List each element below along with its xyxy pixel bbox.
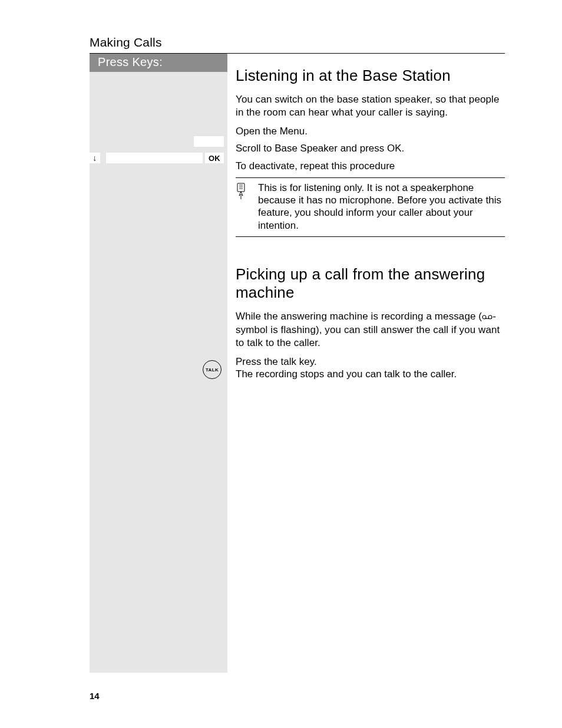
ok-softkey: OK	[205, 153, 224, 163]
step-press-talk: Press the talk key.	[236, 355, 505, 368]
section1-intro: You can switch on the base station speak…	[236, 93, 505, 119]
down-arrow-key: ↓	[90, 153, 100, 163]
base-speaker-display: Base Speaker	[106, 153, 203, 163]
note-box: This is for listening only. It is not a …	[236, 177, 505, 237]
step-open-menu: Open the Menu.	[236, 125, 505, 138]
chapter-title: Making Calls	[90, 35, 505, 50]
note-text: This is for listening only. It is not a …	[258, 182, 505, 232]
section-heading-pickup: Picking up a call from the answering mac…	[236, 265, 505, 302]
section2-intro-pre: While the answering machine is recording…	[236, 311, 482, 322]
key-row-talk: TALK	[90, 360, 227, 379]
talk-key-icon: TALK	[203, 360, 222, 379]
key-row-scroll: ↓ Base Speaker OK	[90, 153, 227, 163]
menu-softkey: MENU	[194, 136, 224, 147]
press-keys-sidebar: Press Keys: MENU ↓ Base Speaker OK TALK	[90, 54, 227, 673]
note-icon	[236, 182, 251, 232]
svg-rect-0	[237, 183, 244, 192]
page-number: 14	[90, 691, 100, 701]
answering-machine-icon	[482, 311, 492, 324]
content-column: Listening in at the Base Station You can…	[227, 54, 505, 673]
section-heading-listening: Listening in at the Base Station	[236, 67, 505, 85]
manual-page: Making Calls Press Keys: MENU ↓ Base Spe…	[0, 0, 562, 728]
key-row-menu: MENU	[90, 136, 227, 147]
step-scroll-ok: Scroll to Base Speaker and press OK.	[236, 142, 505, 155]
columns: Press Keys: MENU ↓ Base Speaker OK TALK …	[90, 54, 505, 673]
step-recording-stops: The recording stops and you can talk to …	[236, 368, 505, 381]
section2-intro: While the answering machine is recording…	[236, 310, 505, 349]
sidebar-title: Press Keys:	[90, 54, 227, 72]
step-deactivate: To deactivate, repeat this procedure	[236, 160, 505, 173]
